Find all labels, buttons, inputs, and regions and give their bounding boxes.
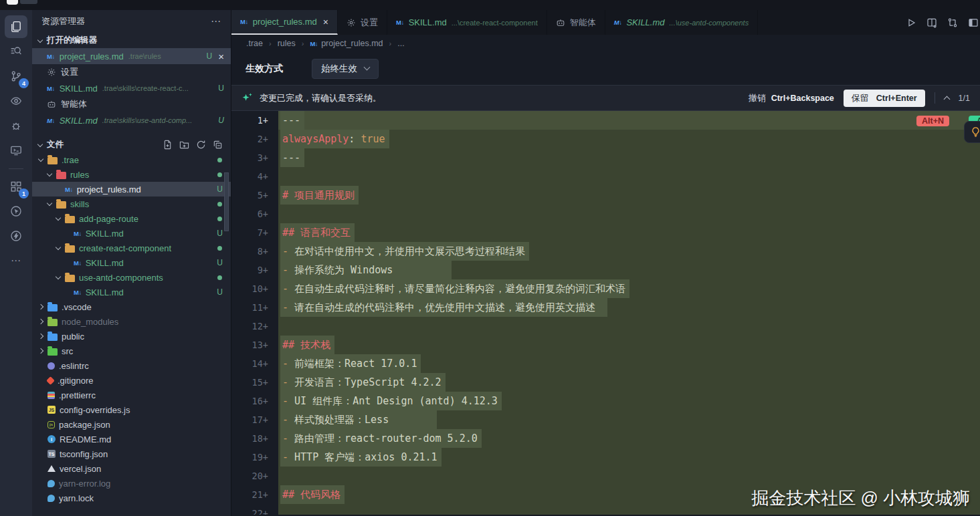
markdown-icon: M↓ xyxy=(614,19,622,26)
tree-file-.prettierrc[interactable]: .prettierrc xyxy=(32,388,231,402)
source-control-icon[interactable]: 4 xyxy=(5,65,27,88)
tab-智能体[interactable]: 智能体 xyxy=(547,10,605,35)
ai-agent-icon[interactable] xyxy=(5,200,27,223)
line-number: 22+ xyxy=(231,504,278,515)
tree-file-yarn.lock[interactable]: yarn.lock xyxy=(32,491,231,505)
reject-shortcut-badge[interactable]: Alt+N xyxy=(916,116,949,126)
code-line-8[interactable]: 8+- 在对话中使用中文，并使用中文展示思考过程和结果 xyxy=(231,242,980,261)
tree-file-SKILL.md[interactable]: M↓SKILL.mdU xyxy=(32,285,231,299)
code-line-16[interactable]: 16+- UI 组件库：Ant Design (antd) 4.12.3 xyxy=(231,392,980,410)
files-section-header[interactable]: 文件 xyxy=(32,137,231,152)
tree-file-.gitignore[interactable]: .gitignore xyxy=(32,373,231,388)
compare-changes-icon[interactable] xyxy=(947,17,958,28)
line-number: 3+ xyxy=(231,148,278,167)
code-line-15[interactable]: 15+- 开发语言：TypeScript 4.2.2 xyxy=(231,373,980,392)
remote-screen-icon[interactable] xyxy=(5,139,27,162)
code-editor[interactable]: Alt+N A 1+---2+alwaysApply: true3+---4+5… xyxy=(231,111,980,515)
code-line-17[interactable]: 17+- 样式预处理器：Less xyxy=(231,410,980,429)
extensions-icon[interactable]: 1 xyxy=(5,175,27,198)
tree-folder-use-antd-components[interactable]: use-antd-components xyxy=(32,270,231,285)
markdown-icon: M↓ xyxy=(74,259,82,267)
tree-folder-create-react-component[interactable]: create-react-component xyxy=(32,241,231,255)
tab-label: 智能体 xyxy=(570,17,596,29)
tree-file-tsconfig.json[interactable]: TStsconfig.json xyxy=(32,446,231,461)
undo-button[interactable]: 撤销 Ctrl+Backspace xyxy=(749,92,834,104)
open-editor-item[interactable]: M↓SKILL.md.trae\skills\use-antd-comp...U xyxy=(32,112,231,128)
search-icon[interactable] xyxy=(5,40,27,63)
new-folder-icon[interactable] xyxy=(179,140,189,150)
sidebar-scrollbar[interactable] xyxy=(224,172,229,231)
tree-file-config-overrides.js[interactable]: JSconfig-overrides.js xyxy=(32,402,231,417)
code-line-20[interactable]: 20+ xyxy=(231,467,980,485)
breadcrumb-symbol[interactable]: ... xyxy=(397,39,404,48)
previous-change-icon[interactable] xyxy=(943,96,950,102)
tab-设置[interactable]: 设置 xyxy=(338,10,387,35)
split-editor-icon[interactable] xyxy=(926,17,937,28)
code-line-7[interactable]: 7+## 语言和交互 xyxy=(231,223,980,242)
code-line-10[interactable]: 10+- 在自动生成代码注释时，请尽量简化注释内容，避免使用复杂的词汇和术语 xyxy=(231,279,980,298)
open-editor-item[interactable]: M↓SKILL.md.trae\skills\create-react-c...… xyxy=(32,80,231,96)
tree-folder-src[interactable]: src xyxy=(32,344,231,358)
tree-file-project_rules.md[interactable]: M↓project_rules.mdU xyxy=(32,182,231,197)
lightbulb-icon[interactable] xyxy=(964,121,980,143)
code-line-12[interactable]: 12+ xyxy=(231,317,980,336)
effect-mode-dropdown[interactable]: 始终生效 xyxy=(312,59,379,79)
modified-dot xyxy=(217,202,222,207)
code-line-18[interactable]: 18+- 路由管理：react-router-dom 5.2.0 xyxy=(231,429,980,448)
open-editors-header[interactable]: 打开的编辑器 xyxy=(32,33,231,48)
tree-folder-add-page-route[interactable]: add-page-route xyxy=(32,211,231,226)
layout-icon[interactable] xyxy=(968,17,979,28)
tab-SKILL.md[interactable]: M↓SKILL.md...\create-react-component xyxy=(387,10,547,35)
debug-icon[interactable] xyxy=(5,114,27,137)
line-content: - 前端框架：React 17.0.1 xyxy=(278,354,980,373)
code-line-3[interactable]: 3+--- xyxy=(231,148,980,167)
tree-folder-public[interactable]: public xyxy=(32,329,231,344)
tree-file-README.md[interactable]: iREADME.md xyxy=(32,432,231,446)
explorer-icon[interactable] xyxy=(5,15,27,38)
refresh-icon[interactable] xyxy=(196,140,206,150)
tree-folder-node_modules[interactable]: node_modules xyxy=(32,314,231,329)
ai-sparkle-icon xyxy=(241,92,253,104)
keep-button[interactable]: 保留 Ctrl+Enter xyxy=(844,90,925,107)
tree-file-SKILL.md[interactable]: M↓SKILL.mdU xyxy=(32,226,231,241)
sidebar-more-icon[interactable]: ⋯ xyxy=(211,15,221,27)
more-icon[interactable]: ⋯ xyxy=(5,249,27,272)
open-editor-item[interactable]: 设置 xyxy=(32,64,231,80)
breadcrumb-folder[interactable]: .trae xyxy=(246,39,263,48)
close-icon[interactable]: × xyxy=(323,17,328,27)
tree-file-package.json[interactable]: jspackage.json xyxy=(32,417,231,432)
breadcrumb-file[interactable]: M↓project_rules.md xyxy=(310,39,383,48)
code-line-4[interactable]: 4+ xyxy=(231,167,980,186)
tree-folder-.trae[interactable]: .trae xyxy=(32,152,231,167)
open-editor-item[interactable]: 智能体 xyxy=(32,96,231,112)
tree-file-vercel.json[interactable]: vercel.json xyxy=(32,461,231,476)
code-line-1[interactable]: 1+--- xyxy=(231,111,980,130)
tab-project_rules.md[interactable]: M↓project_rules.md× xyxy=(231,10,338,35)
breadcrumb-folder[interactable]: rules xyxy=(278,39,296,48)
rule-effect-row: 生效方式 始终生效 xyxy=(231,52,980,85)
collapse-all-icon[interactable] xyxy=(213,140,223,150)
code-line-6[interactable]: 6+ xyxy=(231,205,980,223)
file-tree: .traerulesM↓project_rules.mdUskillsadd-p… xyxy=(32,152,231,505)
code-line-2[interactable]: 2+alwaysApply: true xyxy=(231,130,980,148)
code-line-11[interactable]: 11+- 请在自动生成的代码注释中，优先使用中文描述，避免使用英文描述 xyxy=(231,298,980,317)
run-icon[interactable] xyxy=(906,17,916,28)
close-icon[interactable]: × xyxy=(218,51,224,61)
tree-folder-skills[interactable]: skills xyxy=(32,197,231,211)
code-line-19[interactable]: 19+- HTTP 客户端：axios 0.21.1 xyxy=(231,448,980,467)
code-line-9[interactable]: 9+- 操作系统为 Windows xyxy=(231,261,980,279)
tree-file-.eslintrc[interactable]: .eslintrc xyxy=(32,358,231,373)
code-line-13[interactable]: 13+## 技术栈 xyxy=(231,336,980,354)
code-line-5[interactable]: 5+# 项目通用规则 xyxy=(231,186,980,205)
new-file-icon[interactable] xyxy=(163,140,173,150)
activity-divider xyxy=(9,168,23,169)
tree-file-SKILL.md[interactable]: M↓SKILL.mdU xyxy=(32,255,231,270)
tree-file-yarn-error.log[interactable]: yarn-error.log xyxy=(32,476,231,491)
code-line-14[interactable]: 14+- 前端框架：React 17.0.1 xyxy=(231,354,980,373)
tree-folder-.vscode[interactable]: .vscode xyxy=(32,299,231,314)
open-editor-item[interactable]: M↓project_rules.md.trae\rulesU× xyxy=(32,48,231,64)
power-icon[interactable] xyxy=(5,225,27,247)
preview-icon[interactable] xyxy=(5,90,27,112)
tab-SKILL.md[interactable]: M↓SKILL.md...\use-antd-components xyxy=(605,10,758,35)
tree-folder-rules[interactable]: rules xyxy=(32,167,231,182)
